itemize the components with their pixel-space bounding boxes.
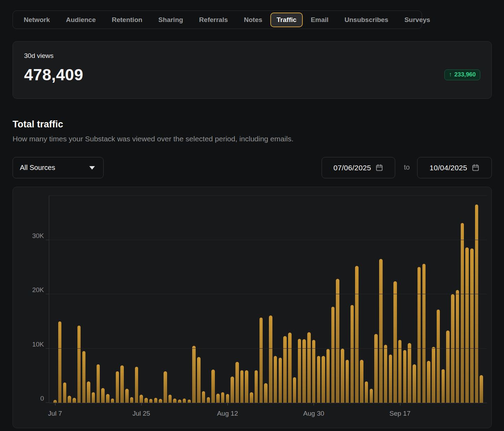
traffic-bar-57[interactable]	[326, 349, 330, 403]
traffic-bar-13[interactable]	[116, 371, 119, 403]
traffic-bar-45[interactable]	[269, 315, 272, 403]
tab-notes[interactable]: Notes	[238, 13, 268, 27]
traffic-bar-89[interactable]	[480, 375, 483, 403]
traffic-bar-61[interactable]	[346, 360, 349, 403]
traffic-bar-42[interactable]	[255, 370, 258, 403]
traffic-bar-10[interactable]	[101, 388, 105, 403]
traffic-bar-38[interactable]	[235, 362, 239, 403]
traffic-bar-25[interactable]	[173, 399, 176, 403]
traffic-bar-67[interactable]	[374, 334, 378, 403]
traffic-bar-46[interactable]	[274, 356, 277, 403]
traffic-bar-29[interactable]	[192, 346, 196, 403]
tab-network[interactable]: Network	[18, 13, 55, 27]
traffic-bar-69[interactable]	[384, 345, 388, 403]
traffic-bar-87[interactable]	[470, 248, 474, 403]
date-to-input[interactable]: 10/04/2025	[417, 157, 492, 178]
tab-email[interactable]: Email	[305, 13, 334, 27]
traffic-bar-5[interactable]	[77, 326, 81, 403]
traffic-bar-58[interactable]	[331, 307, 335, 403]
tab-retention[interactable]: Retention	[106, 13, 148, 27]
traffic-bar-84[interactable]	[456, 290, 459, 403]
tab-traffic[interactable]: Traffic	[270, 13, 303, 27]
traffic-bar-35[interactable]	[221, 392, 225, 403]
traffic-bar-48[interactable]	[283, 336, 287, 403]
traffic-bar-41[interactable]	[250, 392, 253, 403]
traffic-bar-16[interactable]	[130, 397, 134, 403]
traffic-bar-34[interactable]	[216, 394, 220, 403]
traffic-bar-65[interactable]	[365, 381, 368, 403]
traffic-bar-52[interactable]	[302, 339, 306, 403]
traffic-bar-9[interactable]	[97, 364, 100, 403]
traffic-bar-55[interactable]	[317, 356, 321, 403]
traffic-bar-73[interactable]	[403, 350, 407, 403]
traffic-bar-20[interactable]	[149, 399, 153, 403]
traffic-bar-85[interactable]	[461, 223, 464, 403]
traffic-bar-44[interactable]	[264, 383, 268, 403]
traffic-bar-49[interactable]	[288, 333, 292, 403]
traffic-bar-33[interactable]	[211, 370, 215, 403]
traffic-bar-40[interactable]	[245, 370, 248, 403]
tab-audience[interactable]: Audience	[60, 13, 101, 27]
traffic-bar-50[interactable]	[293, 377, 296, 403]
traffic-bar-79[interactable]	[432, 347, 435, 403]
traffic-bar-86[interactable]	[465, 247, 469, 403]
traffic-bar-66[interactable]	[370, 389, 373, 403]
traffic-bar-59[interactable]	[336, 279, 339, 403]
traffic-bar-27[interactable]	[183, 399, 186, 403]
traffic-bar-56[interactable]	[322, 356, 325, 403]
traffic-bar-22[interactable]	[159, 399, 162, 403]
tab-referrals[interactable]: Referrals	[194, 13, 233, 27]
traffic-bar-6[interactable]	[82, 351, 86, 403]
traffic-bar-32[interactable]	[207, 397, 210, 403]
traffic-bar-60[interactable]	[341, 349, 344, 403]
tab-surveys[interactable]: Surveys	[399, 13, 436, 27]
traffic-bar-43[interactable]	[259, 318, 263, 403]
traffic-bar-21[interactable]	[154, 398, 158, 403]
traffic-bar-76[interactable]	[418, 267, 421, 403]
traffic-bar-82[interactable]	[446, 330, 450, 403]
traffic-bar-0[interactable]	[53, 400, 57, 403]
date-from-input[interactable]: 07/06/2025	[322, 157, 395, 178]
traffic-bar-12[interactable]	[111, 399, 114, 403]
traffic-bar-23[interactable]	[164, 371, 167, 403]
traffic-bar-53[interactable]	[307, 332, 311, 403]
traffic-bar-4[interactable]	[73, 398, 76, 403]
traffic-bar-37[interactable]	[231, 377, 234, 403]
traffic-bar-1[interactable]	[58, 321, 62, 403]
traffic-bar-14[interactable]	[120, 365, 124, 403]
traffic-bar-8[interactable]	[92, 392, 95, 403]
traffic-bar-2[interactable]	[63, 382, 67, 403]
traffic-bar-68[interactable]	[379, 259, 383, 403]
traffic-bar-54[interactable]	[312, 340, 316, 403]
traffic-bar-64[interactable]	[360, 360, 363, 403]
traffic-bar-31[interactable]	[202, 391, 205, 403]
traffic-bar-63[interactable]	[355, 266, 359, 403]
traffic-bar-36[interactable]	[226, 394, 230, 403]
traffic-bar-77[interactable]	[422, 264, 426, 403]
traffic-bar-17[interactable]	[135, 367, 138, 403]
traffic-bar-30[interactable]	[197, 357, 201, 403]
traffic-bar-70[interactable]	[389, 355, 392, 403]
tab-unsubscribes[interactable]: Unsubscribes	[339, 13, 394, 27]
traffic-bar-7[interactable]	[87, 381, 90, 403]
traffic-bar-11[interactable]	[106, 394, 110, 403]
traffic-bar-28[interactable]	[188, 400, 191, 403]
traffic-bar-18[interactable]	[140, 395, 143, 403]
traffic-bar-15[interactable]	[125, 389, 129, 403]
traffic-bar-39[interactable]	[240, 370, 244, 403]
traffic-bar-62[interactable]	[351, 305, 354, 403]
traffic-bar-19[interactable]	[144, 398, 148, 403]
traffic-bar-26[interactable]	[178, 400, 181, 403]
traffic-bar-74[interactable]	[408, 343, 411, 403]
traffic-bar-75[interactable]	[413, 364, 416, 403]
traffic-bar-80[interactable]	[437, 310, 440, 403]
traffic-bar-72[interactable]	[398, 340, 402, 403]
tab-sharing[interactable]: Sharing	[153, 13, 189, 27]
source-filter-dropdown[interactable]: All Sources	[13, 157, 104, 178]
traffic-bar-47[interactable]	[279, 358, 282, 403]
traffic-bar-81[interactable]	[442, 369, 445, 403]
traffic-bar-24[interactable]	[168, 395, 172, 403]
traffic-bar-88[interactable]	[475, 205, 479, 403]
traffic-bar-78[interactable]	[427, 361, 430, 403]
traffic-bar-3[interactable]	[68, 396, 71, 403]
